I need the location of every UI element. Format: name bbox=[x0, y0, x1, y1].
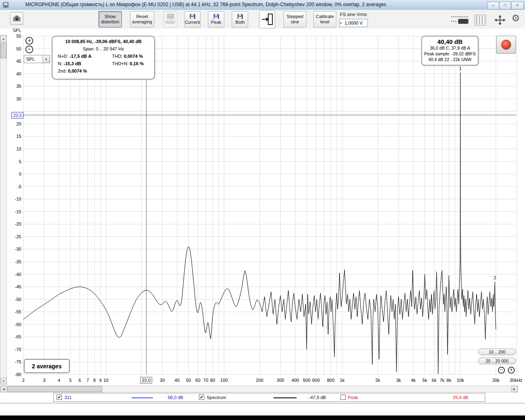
legend-bar: ✔ 311 68,0 dB ✔ Spectrum -47,9 dB Peak 2… bbox=[53, 393, 485, 402]
chevron-down-icon[interactable]: ▼ bbox=[42, 55, 50, 63]
svg-text:30: 30 bbox=[160, 378, 165, 383]
spectrum-line-sample bbox=[274, 397, 297, 398]
scroll-up-icon[interactable]: ▲ bbox=[0, 35, 7, 42]
svg-text:7k: 7k bbox=[440, 378, 445, 383]
window-bottom-edge bbox=[0, 403, 525, 404]
svg-text:2: 2 bbox=[22, 378, 25, 383]
svg-text:40: 40 bbox=[16, 71, 21, 76]
svg-text:8: 8 bbox=[93, 378, 96, 383]
span-readout: Span: 0 .. 20 947 Hz bbox=[52, 46, 154, 51]
reset-averaging-button[interactable]: Reset averaging bbox=[130, 11, 154, 27]
title-bar: MICROPHONE (Общая громкость) L on Микроф… bbox=[0, 0, 525, 10]
svg-text:-10: -10 bbox=[15, 196, 21, 201]
save-both-label: Both bbox=[235, 20, 245, 25]
curve-311-checkbox[interactable]: ✔ bbox=[57, 395, 62, 400]
save-icon bbox=[189, 14, 196, 19]
svg-text:60: 60 bbox=[195, 378, 200, 383]
svg-text:-35: -35 bbox=[15, 259, 21, 264]
x-zoom-out-button[interactable]: − bbox=[498, 367, 505, 374]
svg-text:5k: 5k bbox=[422, 378, 427, 383]
save-both-button[interactable]: Both bbox=[232, 11, 248, 27]
peak-value: 29,9 dB bbox=[453, 395, 468, 400]
fs-sine-input[interactable] bbox=[339, 19, 368, 27]
wav-button[interactable]: WAV bbox=[164, 11, 178, 27]
curve-311-line-sample bbox=[132, 397, 153, 398]
svg-text:-50: -50 bbox=[15, 297, 21, 302]
spectrum-checkbox[interactable]: ✔ bbox=[199, 395, 204, 400]
close-button[interactable]: × bbox=[511, 2, 524, 9]
fs-sine-label: FS sine Vrms bbox=[340, 12, 367, 17]
svg-text:4k: 4k bbox=[411, 378, 416, 383]
mixer-levels-icon[interactable] bbox=[450, 15, 469, 25]
zoom-out-button[interactable]: − bbox=[25, 46, 33, 53]
vertical-scrollbar[interactable]: ▲ ▼ bbox=[0, 35, 7, 385]
snapshot-button[interactable] bbox=[10, 12, 23, 25]
svg-text:80: 80 bbox=[210, 378, 215, 383]
maximize-button[interactable]: □ bbox=[499, 2, 511, 9]
svg-text:6k: 6k bbox=[432, 378, 437, 383]
scroll-down-icon[interactable]: ▼ bbox=[0, 378, 7, 384]
svg-text:8k: 8k bbox=[447, 378, 452, 383]
svg-text:3: 3 bbox=[43, 378, 46, 383]
svg-text:-20: -20 bbox=[15, 221, 21, 226]
spectrum-value: -47,9 dB bbox=[309, 395, 326, 400]
svg-text:400: 400 bbox=[292, 378, 299, 383]
save-icon bbox=[237, 14, 243, 19]
svg-text:-75: -75 bbox=[15, 359, 21, 364]
svg-text:0: 0 bbox=[19, 171, 21, 176]
vertical-scroll-thumb[interactable] bbox=[0, 43, 7, 58]
save-current-button[interactable]: Current bbox=[184, 11, 201, 27]
scroll-left-icon[interactable]: ◀ bbox=[0, 386, 7, 392]
save-current-label: Current bbox=[185, 20, 200, 25]
svg-text:2k: 2k bbox=[375, 378, 380, 383]
svg-text:-5: -5 bbox=[17, 184, 21, 189]
svg-text:1k: 1k bbox=[340, 378, 345, 383]
svg-text:15: 15 bbox=[16, 134, 21, 139]
curve-311-label: 311 bbox=[64, 395, 72, 400]
svg-text:50: 50 bbox=[186, 378, 191, 383]
save-peak-button[interactable]: Peak bbox=[208, 11, 224, 27]
svg-text:3k: 3k bbox=[396, 378, 401, 383]
minimize-button[interactable]: – bbox=[487, 2, 499, 9]
svg-text:10: 10 bbox=[103, 378, 108, 383]
app-window: MICROPHONE (Общая громкость) L on Микроф… bbox=[0, 0, 525, 420]
horizontal-scrollbar[interactable]: ◀ ▶ bbox=[0, 386, 518, 393]
record-button[interactable] bbox=[496, 36, 516, 54]
svg-text:600: 600 bbox=[312, 378, 320, 383]
svg-text:500: 500 bbox=[303, 378, 310, 383]
calibrate-level-button[interactable]: Calibrate level bbox=[313, 11, 336, 27]
svg-text:-70: -70 bbox=[15, 347, 21, 352]
svg-text:-30: -30 bbox=[15, 247, 21, 251]
gear-icon[interactable]: ⚙ bbox=[511, 13, 520, 24]
range-button-20-20000[interactable]: 20 .. 20 000 bbox=[478, 358, 516, 364]
wav-label: WAV bbox=[166, 20, 176, 25]
columns-pattern-icon[interactable] bbox=[475, 15, 486, 25]
range-button-10-200[interactable]: 10 .. 200 bbox=[478, 349, 516, 355]
horizontal-scroll-thumb[interactable] bbox=[7, 386, 102, 392]
field-flag-icon: ▸ bbox=[340, 21, 342, 25]
show-distortion-button[interactable]: Show distortion bbox=[98, 11, 122, 27]
svg-text:-55: -55 bbox=[15, 309, 21, 314]
toolbar: Show distortion Reset averaging WAV Curr… bbox=[0, 10, 525, 29]
generator-button[interactable] bbox=[259, 10, 275, 28]
move-arrows-icon[interactable] bbox=[492, 14, 508, 27]
cursor-readout: 10 008,85 Hz, -39,06 dBFS, 40,40 dB bbox=[52, 39, 154, 44]
cursor-y-value: 23,5 bbox=[11, 112, 23, 119]
peak-checkbox[interactable] bbox=[340, 395, 346, 400]
svg-text:-60: -60 bbox=[15, 322, 21, 327]
cursor-x-value: 22,0 bbox=[140, 377, 152, 383]
svg-text:5: 5 bbox=[69, 378, 72, 383]
svg-text:200: 200 bbox=[256, 378, 263, 383]
peak-label: Peak bbox=[348, 395, 358, 400]
spl-scale-select[interactable]: SPL ▼ bbox=[24, 55, 50, 63]
save-peak-label: Peak bbox=[211, 20, 221, 25]
zoom-in-button[interactable]: + bbox=[25, 37, 33, 45]
stepped-sine-button[interactable]: Stepped sine bbox=[283, 11, 306, 27]
scroll-right-icon[interactable]: ▶ bbox=[511, 386, 518, 392]
x-zoom-in-button[interactable]: + bbox=[508, 367, 515, 374]
thd-readout: THD: 0,0074 % bbox=[112, 54, 154, 59]
level-range: 40,4 dB 22 - 22k UNW bbox=[422, 57, 478, 62]
svg-text:9: 9 bbox=[99, 378, 102, 383]
svg-text:2: 2 bbox=[493, 275, 496, 280]
curve-311-value: 68,0 dB bbox=[168, 395, 183, 400]
